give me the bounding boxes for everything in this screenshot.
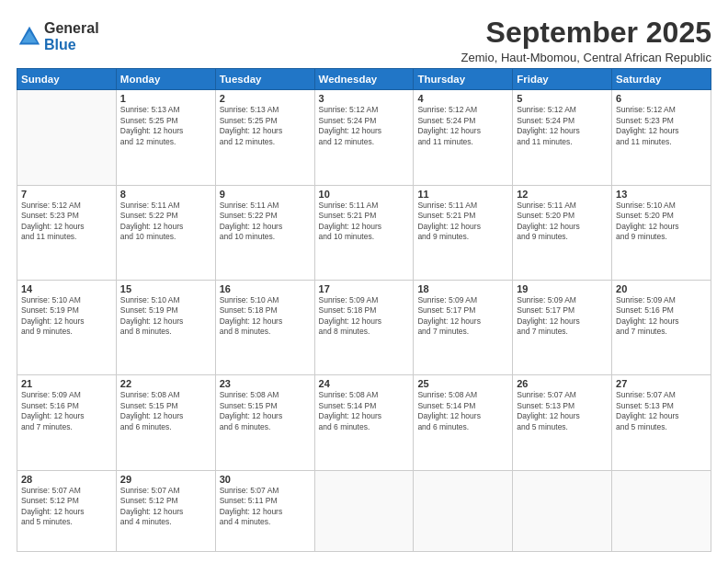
day-number: 3 (319, 93, 410, 104)
day-number: 22 (120, 378, 211, 389)
calendar-week-row: 14Sunrise: 5:10 AM Sunset: 5:19 PM Dayli… (17, 280, 711, 374)
calendar-cell: 23Sunrise: 5:08 AM Sunset: 5:15 PM Dayli… (215, 375, 314, 470)
day-number: 17 (319, 283, 410, 294)
calendar-cell: 27Sunrise: 5:07 AM Sunset: 5:13 PM Dayli… (612, 375, 711, 470)
calendar-cell (513, 470, 612, 551)
calendar-cell (314, 470, 414, 551)
day-number: 25 (417, 378, 508, 389)
calendar-cell: 8Sunrise: 5:11 AM Sunset: 5:22 PM Daylig… (116, 185, 215, 280)
calendar-cell: 22Sunrise: 5:08 AM Sunset: 5:15 PM Dayli… (116, 375, 215, 470)
day-info: Sunrise: 5:10 AM Sunset: 5:19 PM Dayligh… (120, 295, 211, 338)
calendar-cell: 3Sunrise: 5:12 AM Sunset: 5:24 PM Daylig… (314, 90, 414, 185)
calendar-week-row: 21Sunrise: 5:09 AM Sunset: 5:16 PM Dayli… (17, 375, 711, 470)
day-info: Sunrise: 5:08 AM Sunset: 5:15 PM Dayligh… (220, 390, 311, 432)
day-number: 16 (220, 283, 311, 294)
calendar-week-row: 1Sunrise: 5:13 AM Sunset: 5:25 PM Daylig… (17, 90, 711, 185)
day-info: Sunrise: 5:12 AM Sunset: 5:24 PM Dayligh… (319, 105, 410, 147)
calendar-week-row: 7Sunrise: 5:12 AM Sunset: 5:23 PM Daylig… (17, 185, 711, 280)
day-info: Sunrise: 5:11 AM Sunset: 5:22 PM Dayligh… (120, 201, 211, 243)
calendar-cell: 2Sunrise: 5:13 AM Sunset: 5:25 PM Daylig… (215, 90, 314, 185)
day-info: Sunrise: 5:11 AM Sunset: 5:20 PM Dayligh… (517, 201, 608, 243)
calendar-cell: 13Sunrise: 5:10 AM Sunset: 5:20 PM Dayli… (612, 185, 711, 280)
calendar-cell: 26Sunrise: 5:07 AM Sunset: 5:13 PM Dayli… (513, 375, 612, 470)
calendar-cell: 17Sunrise: 5:09 AM Sunset: 5:18 PM Dayli… (314, 280, 414, 374)
calendar-cell: 4Sunrise: 5:12 AM Sunset: 5:24 PM Daylig… (414, 90, 513, 185)
calendar-cell: 12Sunrise: 5:11 AM Sunset: 5:20 PM Dayli… (513, 185, 612, 280)
calendar-cell: 15Sunrise: 5:10 AM Sunset: 5:19 PM Dayli… (116, 280, 215, 374)
day-info: Sunrise: 5:10 AM Sunset: 5:18 PM Dayligh… (220, 295, 311, 338)
calendar-cell: 19Sunrise: 5:09 AM Sunset: 5:17 PM Dayli… (513, 280, 612, 374)
day-number: 7 (21, 189, 112, 200)
calendar-cell: 11Sunrise: 5:11 AM Sunset: 5:21 PM Dayli… (414, 185, 513, 280)
day-info: Sunrise: 5:08 AM Sunset: 5:14 PM Dayligh… (417, 390, 508, 432)
day-info: Sunrise: 5:11 AM Sunset: 5:21 PM Dayligh… (319, 201, 410, 243)
calendar-cell: 16Sunrise: 5:10 AM Sunset: 5:18 PM Dayli… (215, 280, 314, 374)
calendar-cell: 18Sunrise: 5:09 AM Sunset: 5:17 PM Dayli… (414, 280, 513, 374)
col-header-monday: Monday (116, 69, 215, 90)
day-number: 6 (616, 93, 707, 104)
day-number: 4 (417, 93, 508, 104)
day-info: Sunrise: 5:09 AM Sunset: 5:18 PM Dayligh… (319, 295, 410, 338)
calendar-cell (612, 470, 711, 551)
title-block: September 2025 Zemio, Haut-Mbomou, Centr… (461, 17, 711, 64)
day-number: 15 (120, 283, 211, 294)
day-number: 26 (517, 378, 608, 389)
calendar-cell: 1Sunrise: 5:13 AM Sunset: 5:25 PM Daylig… (116, 90, 215, 185)
day-info: Sunrise: 5:12 AM Sunset: 5:24 PM Dayligh… (417, 105, 508, 147)
day-number: 18 (417, 283, 508, 294)
day-number: 1 (120, 93, 211, 104)
day-info: Sunrise: 5:09 AM Sunset: 5:17 PM Dayligh… (517, 295, 608, 338)
calendar-cell (17, 90, 117, 185)
col-header-friday: Friday (513, 69, 612, 90)
calendar-cell: 14Sunrise: 5:10 AM Sunset: 5:19 PM Dayli… (17, 280, 117, 374)
day-info: Sunrise: 5:12 AM Sunset: 5:24 PM Dayligh… (517, 105, 608, 147)
calendar-header-row: SundayMondayTuesdayWednesdayThursdayFrid… (17, 69, 711, 90)
calendar-cell: 6Sunrise: 5:12 AM Sunset: 5:23 PM Daylig… (612, 90, 711, 185)
day-info: Sunrise: 5:10 AM Sunset: 5:19 PM Dayligh… (21, 295, 112, 338)
day-number: 9 (220, 189, 311, 200)
day-number: 11 (417, 189, 508, 200)
calendar-cell: 9Sunrise: 5:11 AM Sunset: 5:22 PM Daylig… (215, 185, 314, 280)
day-info: Sunrise: 5:09 AM Sunset: 5:17 PM Dayligh… (417, 295, 508, 338)
calendar-cell: 24Sunrise: 5:08 AM Sunset: 5:14 PM Dayli… (314, 375, 414, 470)
calendar-cell: 7Sunrise: 5:12 AM Sunset: 5:23 PM Daylig… (17, 185, 117, 280)
page: General Blue September 2025 Zemio, Haut-… (0, 0, 728, 563)
day-number: 29 (120, 474, 211, 485)
day-info: Sunrise: 5:12 AM Sunset: 5:23 PM Dayligh… (616, 105, 707, 147)
calendar-table: SundayMondayTuesdayWednesdayThursdayFrid… (17, 68, 711, 552)
day-number: 20 (616, 283, 707, 294)
day-info: Sunrise: 5:13 AM Sunset: 5:25 PM Dayligh… (220, 105, 311, 147)
day-number: 27 (616, 378, 707, 389)
logo-icon (17, 24, 42, 50)
day-info: Sunrise: 5:09 AM Sunset: 5:16 PM Dayligh… (21, 390, 112, 432)
day-number: 14 (21, 283, 112, 294)
day-number: 12 (517, 189, 608, 200)
day-number: 2 (220, 93, 311, 104)
col-header-thursday: Thursday (414, 69, 513, 90)
calendar-week-row: 28Sunrise: 5:07 AM Sunset: 5:12 PM Dayli… (17, 470, 711, 551)
day-info: Sunrise: 5:07 AM Sunset: 5:12 PM Dayligh… (21, 486, 112, 528)
day-number: 21 (21, 378, 112, 389)
logo: General Blue (17, 20, 99, 52)
day-info: Sunrise: 5:07 AM Sunset: 5:13 PM Dayligh… (517, 390, 608, 432)
day-number: 10 (319, 189, 410, 200)
col-header-wednesday: Wednesday (314, 69, 414, 90)
col-header-saturday: Saturday (612, 69, 711, 90)
day-info: Sunrise: 5:12 AM Sunset: 5:23 PM Dayligh… (21, 201, 112, 243)
logo-text: General Blue (44, 20, 99, 52)
day-info: Sunrise: 5:07 AM Sunset: 5:12 PM Dayligh… (120, 486, 211, 528)
logo-blue: Blue (44, 37, 99, 53)
day-number: 30 (220, 474, 311, 485)
day-info: Sunrise: 5:11 AM Sunset: 5:21 PM Dayligh… (417, 201, 508, 243)
day-info: Sunrise: 5:13 AM Sunset: 5:25 PM Dayligh… (120, 105, 211, 147)
day-info: Sunrise: 5:08 AM Sunset: 5:14 PM Dayligh… (319, 390, 410, 432)
logo-general: General (44, 20, 99, 37)
calendar-cell (414, 470, 513, 551)
calendar-cell: 30Sunrise: 5:07 AM Sunset: 5:11 PM Dayli… (215, 470, 314, 551)
day-number: 8 (120, 189, 211, 200)
location-subtitle: Zemio, Haut-Mbomou, Central African Repu… (461, 51, 711, 64)
day-info: Sunrise: 5:11 AM Sunset: 5:22 PM Dayligh… (220, 201, 311, 243)
header: General Blue September 2025 Zemio, Haut-… (17, 17, 711, 64)
day-number: 28 (21, 474, 112, 485)
day-info: Sunrise: 5:07 AM Sunset: 5:13 PM Dayligh… (616, 390, 707, 432)
